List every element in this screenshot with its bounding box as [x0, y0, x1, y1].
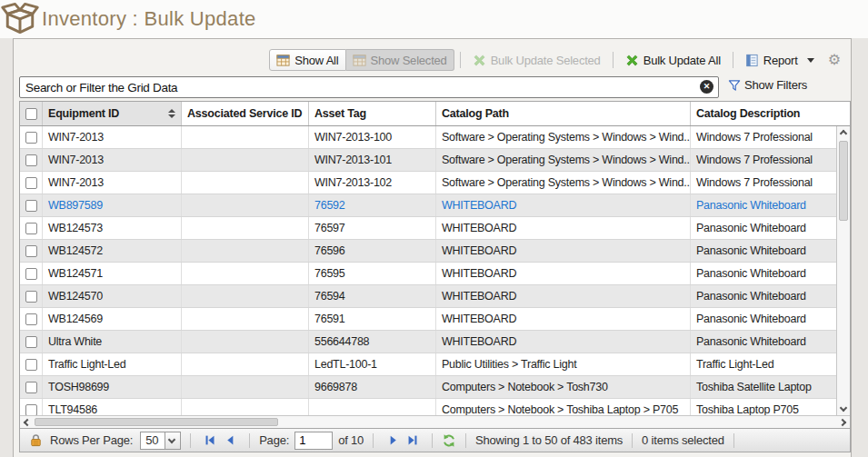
cell-associated-service-id: [182, 285, 309, 307]
column-header-catalog-path[interactable]: Catalog Path: [436, 102, 691, 125]
select-all-checkbox[interactable]: [25, 108, 37, 120]
bulk-update-all-button[interactable]: Bulk Update All: [619, 49, 727, 71]
bulk-update-selected-button[interactable]: Bulk Update Selected: [466, 49, 607, 71]
row-checkbox[interactable]: [25, 291, 37, 303]
table-row[interactable]: WB12457276596WHITEBOARDPanasonic Whitebo…: [20, 240, 838, 263]
cell-asset-tag: 76597: [309, 217, 436, 239]
scroll-left-icon[interactable]: [24, 419, 31, 426]
settings-gear-icon[interactable]: ⚙: [828, 53, 841, 67]
row-checkbox-cell: [20, 353, 43, 375]
row-checkbox[interactable]: [25, 268, 37, 280]
cell-associated-service-id: [182, 399, 309, 415]
cell-catalog-description: Panasonic Whiteboard: [691, 240, 838, 262]
table-row[interactable]: TLT94586Computers > Notebook > Toshiba L…: [20, 399, 838, 415]
scroll-up-icon[interactable]: [840, 130, 847, 137]
cell-equipment-id: WB124571: [43, 263, 182, 284]
cell-catalog-path: WHITEBOARD: [436, 308, 691, 330]
column-header-label: Associated Service ID: [187, 107, 302, 120]
cell-equipment-id: WIN7-2013: [43, 172, 182, 194]
cell-catalog-path: WHITEBOARD: [436, 240, 691, 262]
row-checkbox-cell: [20, 308, 43, 330]
row-checkbox[interactable]: [25, 154, 37, 166]
row-checkbox[interactable]: [25, 177, 37, 189]
cell-catalog-description: Windows 7 Professional: [691, 149, 838, 171]
previous-page-button[interactable]: [220, 432, 240, 450]
table-row[interactable]: WIN7-2013WIN7-2013-100Software > Operati…: [20, 126, 838, 149]
lock-icon: [29, 433, 43, 447]
table-row[interactable]: TOSH986999669878Computers > Notebook > T…: [20, 376, 838, 399]
cell-asset-tag: [309, 399, 436, 415]
main-panel: Show All Show Selected Bulk Update Selec…: [13, 38, 852, 457]
rows-per-page-select[interactable]: 50: [140, 432, 181, 450]
table-row[interactable]: WB12456976591WHITEBOARDPanasonic Whitebo…: [20, 308, 838, 331]
cell-catalog-description: Toshiba Satellite Laptop: [691, 376, 838, 398]
row-checkbox[interactable]: [25, 245, 37, 257]
cell-associated-service-id: [182, 126, 309, 148]
row-checkbox[interactable]: [25, 404, 37, 416]
first-page-button[interactable]: [200, 432, 220, 450]
table-row[interactable]: WB12457176595WHITEBOARDPanasonic Whitebo…: [20, 263, 838, 285]
show-selected-label: Show Selected: [371, 54, 447, 67]
table-row[interactable]: WIN7-2013WIN7-2013-101Software > Operati…: [20, 149, 838, 172]
row-checkbox[interactable]: [25, 382, 37, 393]
vertical-scroll-thumb[interactable]: [839, 141, 848, 221]
row-checkbox[interactable]: [25, 313, 37, 325]
next-page-button[interactable]: [383, 432, 403, 450]
report-dropdown-caret-icon: [807, 58, 814, 63]
grid-rows: WIN7-2013WIN7-2013-100Software > Operati…: [20, 126, 838, 415]
table-row[interactable]: Ultra White556644788WHITEBOARDPanasonic …: [20, 331, 838, 353]
cell-catalog-description: Panasonic Whiteboard: [691, 308, 838, 330]
footer-separator: [432, 433, 433, 448]
horizontal-scroll-thumb[interactable]: [35, 418, 278, 426]
report-label: Report: [763, 54, 798, 67]
footer-separator: [190, 433, 191, 448]
scroll-down-icon[interactable]: [840, 404, 847, 412]
rows-per-page-dropdown-icon: [165, 432, 180, 449]
page-header: Inventory : Bulk Update: [0, 0, 868, 38]
table-row[interactable]: WIN7-2013WIN7-2013-102Software > Operati…: [20, 172, 838, 194]
row-checkbox-cell: [20, 331, 43, 353]
table-row[interactable]: WB89758976592WHITEBOARDPanasonic Whitebo…: [20, 194, 838, 217]
row-checkbox[interactable]: [25, 359, 37, 371]
row-checkbox[interactable]: [25, 132, 37, 144]
page-number-input[interactable]: [294, 432, 333, 450]
row-checkbox-cell: [20, 263, 43, 284]
vertical-scrollbar[interactable]: [836, 126, 850, 415]
cell-associated-service-id: [182, 240, 309, 262]
cell-equipment-id: Traffic Light-Led: [43, 353, 182, 375]
row-checkbox-cell: [20, 285, 43, 307]
report-icon: [745, 54, 759, 67]
show-selected-button[interactable]: Show Selected: [346, 49, 454, 71]
search-input[interactable]: [19, 76, 719, 98]
table-row[interactable]: WB12457076594WHITEBOARDPanasonic Whitebo…: [20, 285, 838, 308]
bulk-update-all-icon: [625, 54, 639, 67]
row-checkbox[interactable]: [25, 336, 37, 348]
last-page-button[interactable]: [403, 432, 423, 450]
clear-search-icon[interactable]: ✕: [700, 80, 713, 94]
column-header-associated-service-id[interactable]: Associated Service ID: [182, 102, 309, 125]
table-row[interactable]: Traffic Light-LedLedTL-100-1Public Utili…: [20, 353, 838, 376]
row-checkbox[interactable]: [25, 200, 37, 212]
next-page-icon: [387, 434, 399, 446]
row-checkbox[interactable]: [25, 223, 37, 234]
search-bar: ✕: [19, 76, 719, 98]
column-header-equipment-id[interactable]: Equipment ID: [43, 102, 182, 125]
refresh-button[interactable]: [442, 433, 456, 448]
sort-arrows-icon: [168, 109, 175, 118]
cell-catalog-description: Windows 7 Professional: [691, 172, 838, 194]
footer-separator: [465, 433, 466, 448]
column-header-asset-tag[interactable]: Asset Tag: [309, 102, 436, 125]
cell-catalog-path: Software > Operating Systems > Windows >…: [436, 149, 691, 171]
report-button[interactable]: Report: [739, 49, 821, 71]
footer-separator: [373, 433, 374, 448]
row-checkbox-cell: [20, 194, 43, 216]
scroll-right-icon[interactable]: [839, 419, 846, 426]
page-total-label: of 10: [338, 433, 364, 447]
horizontal-scrollbar[interactable]: [20, 415, 850, 428]
table-row[interactable]: WB12457376597WHITEBOARDPanasonic Whitebo…: [20, 217, 838, 240]
show-filters-toggle[interactable]: Show Filters: [728, 78, 807, 92]
column-header-catalog-description[interactable]: Catalog Description: [691, 102, 850, 125]
page-title: Inventory : Bulk Update: [42, 7, 256, 31]
show-all-button[interactable]: Show All: [269, 49, 345, 71]
cell-catalog-path: WHITEBOARD: [436, 331, 691, 353]
